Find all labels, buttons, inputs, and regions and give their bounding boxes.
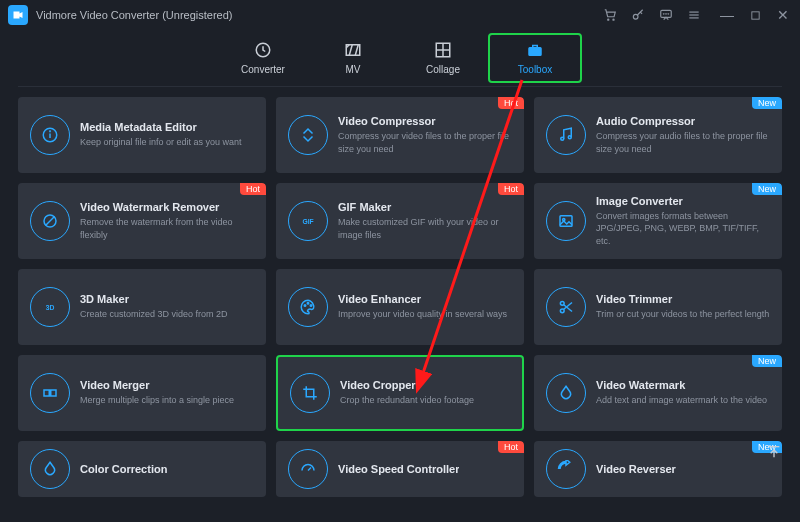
menu-icon[interactable]	[686, 7, 702, 23]
tool-video-watermark-remover[interactable]: Hot Video Watermark Remover Remove the w…	[18, 183, 266, 259]
tool-title: Video Compressor	[338, 115, 512, 127]
feedback-icon[interactable]	[658, 7, 674, 23]
hot-badge: Hot	[240, 183, 266, 195]
tab-label: Toolbox	[518, 64, 552, 75]
crop-icon	[290, 373, 330, 413]
tool-desc: Merge multiple clips into a single piece	[80, 394, 234, 406]
tool-title: Video Enhancer	[338, 293, 507, 305]
tool-title: Video Cropper	[340, 379, 474, 391]
key-icon[interactable]	[630, 7, 646, 23]
eraser-icon	[30, 201, 70, 241]
svg-point-28	[304, 305, 306, 307]
main-tabs: Converter MV Collage Toolbox	[0, 30, 800, 86]
scroll-to-top-button[interactable]	[764, 442, 784, 462]
svg-point-5	[666, 14, 667, 15]
converter-icon	[254, 41, 272, 61]
toolbox-icon	[526, 41, 544, 61]
svg-point-21	[568, 136, 571, 139]
svg-text:3D: 3D	[46, 304, 55, 311]
window-controls: — ✕	[718, 6, 792, 24]
tool-video-speed-controller[interactable]: Hot Video Speed Controller	[276, 441, 524, 497]
merge-icon	[30, 373, 70, 413]
tool-image-converter[interactable]: New Image Converter Convert images forma…	[534, 183, 782, 259]
tool-gif-maker[interactable]: Hot GIF GIF Maker Make customized GIF wi…	[276, 183, 524, 259]
tool-desc: Crop the redundant video footage	[340, 394, 474, 406]
tab-label: Converter	[241, 64, 285, 75]
minimize-button[interactable]: —	[718, 6, 736, 24]
svg-rect-16	[529, 48, 541, 56]
cart-icon[interactable]	[602, 7, 618, 23]
svg-line-23	[46, 217, 55, 226]
svg-text:GIF: GIF	[302, 218, 313, 225]
palette-icon	[288, 287, 328, 327]
tool-video-compressor[interactable]: Hot Video Compressor Compress your video…	[276, 97, 524, 173]
svg-line-38	[308, 468, 311, 471]
svg-rect-25	[560, 216, 572, 227]
toolbox-grid: Media Metadata Editor Keep original file…	[0, 87, 800, 431]
tool-title: Color Correction	[80, 463, 167, 475]
new-badge: New	[752, 355, 782, 367]
tool-desc: Keep original file info or edit as you w…	[80, 136, 242, 148]
tool-title: Video Reverser	[596, 463, 676, 475]
tool-title: Video Speed Controller	[338, 463, 459, 475]
tool-video-merger[interactable]: Video Merger Merge multiple clips into a…	[18, 355, 266, 431]
svg-point-4	[663, 14, 664, 15]
tool-video-cropper[interactable]: Video Cropper Crop the redundant video f…	[276, 355, 524, 431]
tool-desc: Compress your video files to the proper …	[338, 130, 512, 154]
svg-point-0	[608, 19, 609, 20]
close-button[interactable]: ✕	[774, 6, 792, 24]
tab-collage[interactable]: Collage	[398, 35, 488, 81]
tool-title: Image Converter	[596, 195, 770, 207]
tool-video-trimmer[interactable]: Video Trimmer Trim or cut your videos to…	[534, 269, 782, 345]
tool-desc: Compress your audio files to the proper …	[596, 130, 770, 154]
hot-badge: Hot	[498, 441, 524, 453]
svg-point-31	[560, 301, 564, 305]
tool-desc: Improve your video quality in several wa…	[338, 308, 507, 320]
svg-rect-10	[751, 11, 758, 18]
compress-icon	[288, 115, 328, 155]
tab-label: Collage	[426, 64, 460, 75]
tool-video-reverser[interactable]: New Video Reverser	[534, 441, 782, 497]
svg-point-20	[561, 137, 564, 140]
3d-icon: 3D	[30, 287, 70, 327]
tool-title: Video Merger	[80, 379, 234, 391]
maximize-button[interactable]	[746, 6, 764, 24]
tab-mv[interactable]: MV	[308, 35, 398, 81]
gif-icon: GIF	[288, 201, 328, 241]
tab-label: MV	[346, 64, 361, 75]
titlebar-actions	[602, 7, 702, 23]
tool-title: Video Watermark Remover	[80, 201, 254, 213]
tab-toolbox[interactable]: Toolbox	[488, 33, 582, 83]
tool-desc: Create customized 3D video from 2D	[80, 308, 228, 320]
tool-title: Video Trimmer	[596, 293, 769, 305]
hot-badge: Hot	[498, 97, 524, 109]
tool-video-watermark[interactable]: New Video Watermark Add text and image w…	[534, 355, 782, 431]
svg-rect-35	[44, 390, 49, 396]
tool-audio-compressor[interactable]: New Audio Compressor Compress your audio…	[534, 97, 782, 173]
svg-point-29	[307, 303, 309, 305]
svg-point-2	[633, 14, 638, 19]
image-icon	[546, 201, 586, 241]
tab-converter[interactable]: Converter	[218, 35, 308, 81]
drop-icon	[546, 373, 586, 413]
svg-point-6	[668, 14, 669, 15]
tool-title: Audio Compressor	[596, 115, 770, 127]
tool-desc: Make customized GIF with your video or i…	[338, 216, 512, 240]
scissors-icon	[546, 287, 586, 327]
tool-desc: Convert images formats between JPG/JPEG,…	[596, 210, 770, 246]
tool-color-correction[interactable]: Color Correction	[18, 441, 266, 497]
tool-video-enhancer[interactable]: Video Enhancer Improve your video qualit…	[276, 269, 524, 345]
tool-title: Media Metadata Editor	[80, 121, 242, 133]
info-icon	[30, 115, 70, 155]
tool-3d-maker[interactable]: 3D 3D Maker Create customized 3D video f…	[18, 269, 266, 345]
audio-icon	[546, 115, 586, 155]
titlebar: Vidmore Video Converter (Unregistered) —…	[0, 0, 800, 30]
svg-point-1	[613, 19, 614, 20]
toolbox-grid-overflow: Color Correction Hot Video Speed Control…	[0, 441, 800, 497]
tool-desc: Add text and image watermark to the vide…	[596, 394, 767, 406]
tool-title: GIF Maker	[338, 201, 512, 213]
svg-point-30	[310, 305, 312, 307]
hot-badge: Hot	[498, 183, 524, 195]
tool-media-metadata-editor[interactable]: Media Metadata Editor Keep original file…	[18, 97, 266, 173]
speed-icon	[288, 449, 328, 489]
